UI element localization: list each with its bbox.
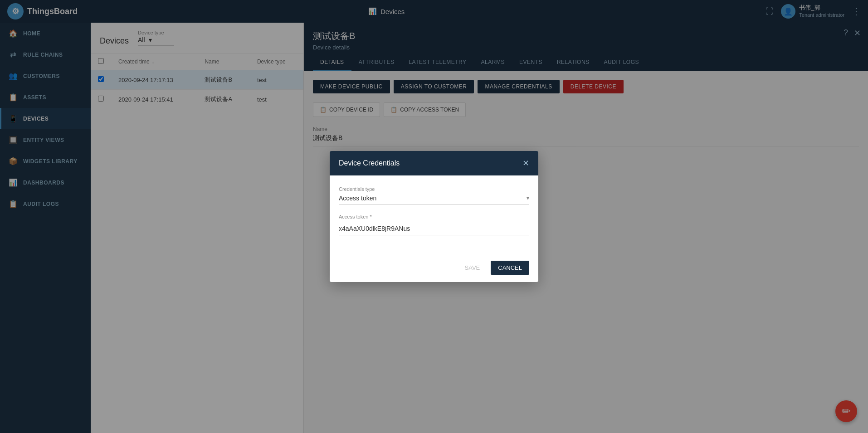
device-credentials-modal: Device Credentials ✕ Credentials type Ac… [330,151,538,282]
select-arrow-icon: ▾ [527,195,529,201]
access-token-group: Access token * [339,214,529,235]
modal-header: Device Credentials ✕ [330,151,538,175]
access-token-label: Access token * [339,214,529,219]
modal-footer: SAVE CANCEL [330,255,538,282]
cancel-button[interactable]: CANCEL [491,261,529,275]
credentials-type-label: Credentials type [339,186,529,192]
credentials-type-group: Credentials type Access token ▾ [339,186,529,205]
modal-body: Credentials type Access token ▾ Access t… [330,175,538,255]
access-token-input[interactable] [339,222,529,235]
modal-close-button[interactable]: ✕ [522,158,529,168]
credentials-type-select[interactable]: Access token ▾ [339,195,529,205]
save-button[interactable]: SAVE [458,261,488,275]
modal-overlay[interactable]: Device Credentials ✕ Credentials type Ac… [0,0,868,433]
credentials-type-value: Access token [339,195,527,202]
modal-title: Device Credentials [339,159,400,167]
